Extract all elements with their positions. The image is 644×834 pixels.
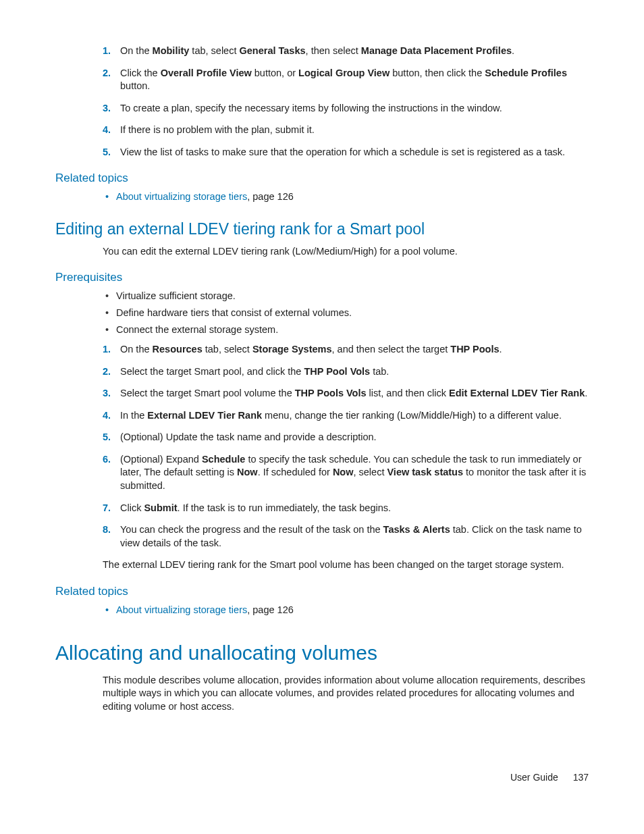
related-topic-item: About virtualizing storage tiers, page 1… [103,604,589,617]
list-item: Define hardware tiers that consist of ex… [103,307,589,320]
step-text: If there is no problem with the plan, su… [120,124,315,135]
step-text: (Optional) Update the task name and prov… [120,432,377,442]
related-topic-suffix: , page 126 [247,604,294,615]
step-text: Select the target Smart pool volume the … [120,388,587,398]
prerequisites-list: Virtualize sufficient storage.Define har… [55,290,589,336]
list-item: 4.If there is no problem with the plan, … [103,124,589,137]
prerequisites-heading: Prerequisites [55,270,589,286]
related-topics-list-2: About virtualizing storage tiers, page 1… [55,604,589,617]
procedure-list-1: 1.On the Mobility tab, select General Ta… [55,45,589,159]
step-text: Click Submit. If the task is to run imme… [120,502,391,513]
step-number: 4. [103,124,111,137]
list-item: 2.Click the Overall Profile View button,… [103,67,589,93]
list-item: 8.You can check the progress and the res… [103,523,589,550]
list-item: 5.(Optional) Update the task name and pr… [103,431,589,444]
step-number: 5. [103,146,111,159]
list-item: 4.In the External LDEV Tier Rank menu, c… [103,409,589,423]
step-number: 2. [103,365,111,379]
step-number: 1. [103,343,111,357]
section-heading-editing-ldev: Editing an external LDEV tiering rank fo… [55,219,589,240]
step-number: 3. [103,387,111,400]
step-number: 2. [103,67,111,80]
step-text: On the Mobility tab, select General Task… [120,45,514,56]
related-topic-suffix: , page 126 [247,191,294,202]
step-number: 7. [103,502,111,515]
step-text: In the External LDEV Tier Rank menu, cha… [120,410,562,421]
step-text: You can check the progress and the resul… [120,524,582,548]
list-item: Connect the external storage system. [103,323,589,337]
list-item: 7.Click Submit. If the task is to run im… [103,502,589,515]
result-paragraph: The external LDEV tiering rank for the S… [103,558,589,572]
step-number: 1. [103,45,111,58]
step-text: (Optional) Expand Schedule to specify th… [120,454,586,491]
step-text: To create a plan, specify the necessary … [120,103,502,113]
list-item: 2.Select the target Smart pool, and clic… [103,365,589,379]
related-topics-heading-2: Related topics [55,584,589,600]
section-intro: You can edit the external LDEV tiering r… [103,245,589,259]
step-text: On the Resources tab, select Storage Sys… [120,344,502,355]
step-number: 5. [103,431,111,444]
major-intro: This module describes volume allocation,… [103,674,589,714]
list-item: 6.(Optional) Expand Schedule to specify … [103,453,589,493]
step-text: Click the Overall Profile View button, o… [120,68,567,92]
list-item: 1.On the Mobility tab, select General Ta… [103,45,589,58]
procedure-list-2: 1.On the Resources tab, select Storage S… [55,343,589,550]
list-item: 1.On the Resources tab, select Storage S… [103,343,589,357]
related-topic-link[interactable]: About virtualizing storage tiers [116,604,247,615]
step-number: 8. [103,523,111,537]
step-number: 3. [103,102,111,115]
step-number: 6. [103,453,111,467]
related-topics-list-1: About virtualizing storage tiers, page 1… [55,190,589,204]
list-item: 3.Select the target Smart pool volume th… [103,387,589,400]
related-topic-link[interactable]: About virtualizing storage tiers [116,191,247,202]
major-heading-allocating: Allocating and unallocating volumes [55,640,589,667]
step-text: View the list of tasks to make sure that… [120,147,565,157]
list-item: 3.To create a plan, specify the necessar… [103,102,589,115]
step-text: Select the target Smart pool, and click … [120,366,389,377]
list-item: 5.View the list of tasks to make sure th… [103,146,589,159]
list-item: Virtualize sufficient storage. [103,290,589,303]
related-topics-heading-1: Related topics [55,171,589,186]
related-topic-item: About virtualizing storage tiers, page 1… [103,190,589,204]
step-number: 4. [103,409,111,423]
